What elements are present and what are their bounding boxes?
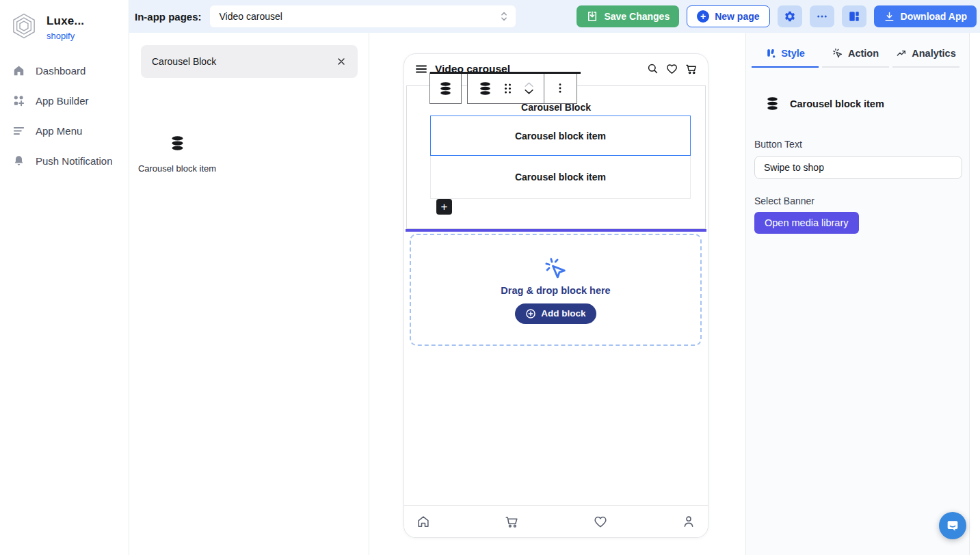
move-controls xyxy=(524,82,534,94)
inspector-tabs: Style Action Analytics xyxy=(752,48,959,68)
dropzone[interactable]: Drag & drop block here Add block xyxy=(410,234,702,346)
button-text-label: Button Text xyxy=(754,139,972,150)
plus-circle-icon: + xyxy=(697,10,709,23)
shopify-link[interactable]: shopify xyxy=(47,31,84,41)
sidebar-item-dashboard[interactable]: Dashboard xyxy=(0,55,129,85)
tab-label: Action xyxy=(848,48,879,59)
add-block-button[interactable]: Add block xyxy=(515,303,596,324)
carousel-block-item-selected[interactable]: Carousel block item xyxy=(430,116,691,156)
in-app-pages-label: In-app pages: xyxy=(135,11,202,23)
brand-text: Luxe... shopify xyxy=(47,11,84,41)
style-brush-icon xyxy=(765,48,776,59)
page-select[interactable]: Video carousel xyxy=(210,5,516,27)
analytics-trend-icon xyxy=(896,48,907,59)
carousel-block-item[interactable]: Carousel block item xyxy=(430,155,691,199)
cursor-click-icon xyxy=(544,256,568,281)
download-app-button[interactable]: Download App xyxy=(874,5,977,27)
sidebar-nav: Dashboard App Builder App Menu xyxy=(0,55,129,176)
brand-name: Luxe... xyxy=(47,11,84,28)
builder-grid-icon xyxy=(12,94,25,107)
home-icon[interactable] xyxy=(416,514,431,529)
move-up-icon[interactable] xyxy=(524,82,534,87)
hamburger-icon[interactable] xyxy=(414,62,428,76)
block-search-chip[interactable]: Carousel Block xyxy=(141,45,358,78)
sidebar-item-app-menu[interactable]: App Menu xyxy=(0,116,129,146)
phone-header-icons xyxy=(646,62,698,75)
close-icon[interactable] xyxy=(336,56,347,67)
block-toolbar xyxy=(429,72,577,104)
sidebar-item-push-notification[interactable]: Push Notification xyxy=(0,146,129,176)
cart-icon[interactable] xyxy=(685,62,698,75)
main-column: In-app pages: Video carousel Save Change… xyxy=(129,0,980,555)
toolbar-block-handle[interactable] xyxy=(429,72,462,104)
heart-icon[interactable] xyxy=(665,62,678,75)
app-logo xyxy=(9,11,39,41)
bell-icon xyxy=(12,154,25,167)
stack-icon xyxy=(170,135,185,151)
layout-button[interactable] xyxy=(842,5,866,27)
download-app-label: Download App xyxy=(901,11,967,22)
chat-bubble-icon xyxy=(945,518,960,533)
sidebar-item-label: Push Notification xyxy=(36,155,113,167)
home-icon xyxy=(12,64,25,77)
dropzone-text: Drag & drop block here xyxy=(501,285,610,296)
button-text-input[interactable] xyxy=(754,156,962,179)
cart-icon[interactable] xyxy=(504,514,519,529)
carousel-section[interactable]: Carousel Block Carousel block item Carou… xyxy=(406,85,706,229)
select-banner-label: Select Banner xyxy=(754,195,972,206)
select-stepper-icon xyxy=(499,10,509,23)
more-options-button[interactable] xyxy=(810,5,834,27)
toolbar-item-controls xyxy=(467,72,544,104)
content-row: Carousel Block Carousel block item xyxy=(129,33,980,555)
ellipsis-icon xyxy=(816,10,828,23)
selected-block-title: Carousel block item xyxy=(790,98,884,109)
menu-lines-icon xyxy=(12,124,25,137)
add-item-button[interactable]: + xyxy=(436,199,452,215)
stack-icon xyxy=(765,96,780,111)
sidebar-item-label: App Builder xyxy=(36,95,89,107)
new-page-button[interactable]: + New page xyxy=(687,5,769,27)
library-block-carousel-item[interactable]: Carousel block item xyxy=(136,135,218,175)
tab-action[interactable]: Action xyxy=(822,48,889,68)
phone-bottom-nav xyxy=(404,505,708,537)
preview-canvas: Video carousel xyxy=(369,33,745,555)
selected-title-underline xyxy=(430,72,581,74)
toolbar-more-button[interactable] xyxy=(544,72,577,104)
action-cursor-icon xyxy=(832,48,843,59)
chat-launcher-button[interactable] xyxy=(939,512,966,539)
tab-label: Style xyxy=(781,48,805,59)
topbar-actions: Save Changes + New page xyxy=(577,5,977,27)
tab-analytics[interactable]: Analytics xyxy=(892,48,959,68)
inspector-panel: Style Action Analytics xyxy=(745,33,980,555)
sidebar-item-label: App Menu xyxy=(36,125,82,137)
heart-icon[interactable] xyxy=(593,514,608,529)
tab-label: Analytics xyxy=(912,48,955,59)
brand: Luxe... shopify xyxy=(0,0,129,41)
kebab-icon xyxy=(554,82,566,94)
move-down-icon[interactable] xyxy=(524,89,534,94)
sidebar-item-label: Dashboard xyxy=(36,65,85,77)
block-search-value: Carousel Block xyxy=(152,56,336,67)
drag-handle-icon[interactable] xyxy=(502,82,514,95)
library-block-label: Carousel block item xyxy=(136,163,218,175)
topbar: In-app pages: Video carousel Save Change… xyxy=(129,0,980,33)
stack-icon[interactable] xyxy=(478,81,492,96)
save-changes-label: Save Changes xyxy=(604,11,670,22)
search-icon[interactable] xyxy=(646,62,659,75)
plus-circle-icon xyxy=(525,308,536,319)
app-root: Luxe... shopify Dashboard App Builder xyxy=(0,0,980,555)
block-library-panel: Carousel Block Carousel block item xyxy=(129,33,369,555)
section-drop-indicator xyxy=(406,229,706,232)
settings-button[interactable] xyxy=(778,5,802,27)
save-icon xyxy=(586,10,598,23)
selected-block-row: Carousel block item xyxy=(765,96,980,111)
save-changes-button[interactable]: Save Changes xyxy=(577,5,679,27)
sidebar-item-app-builder[interactable]: App Builder xyxy=(0,85,129,116)
stack-icon xyxy=(438,81,453,96)
tab-style[interactable]: Style xyxy=(752,48,819,68)
sidebar: Luxe... shopify Dashboard App Builder xyxy=(0,0,129,555)
open-media-library-button[interactable]: Open media library xyxy=(754,212,859,234)
profile-icon[interactable] xyxy=(681,514,696,529)
phone-preview: Video carousel xyxy=(403,53,708,538)
download-icon xyxy=(884,11,895,23)
